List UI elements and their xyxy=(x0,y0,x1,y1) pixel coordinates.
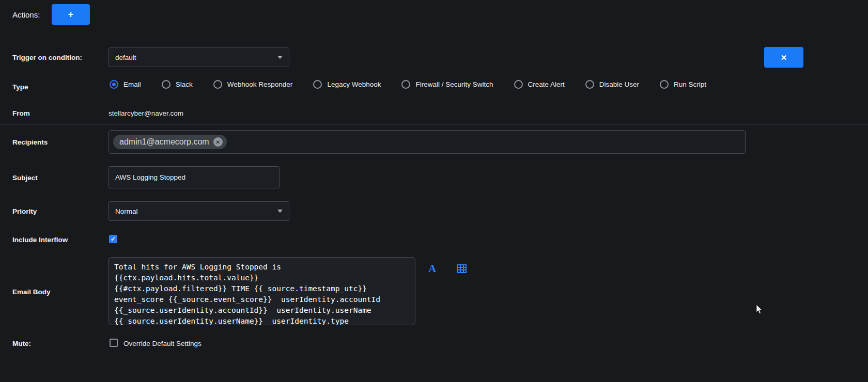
mute-label: Mute: xyxy=(12,340,31,347)
type-option-email[interactable]: Email xyxy=(110,80,141,89)
radio-icon xyxy=(514,80,523,89)
type-radio-group: Email Slack Webhook Responder Legacy Web… xyxy=(110,80,706,89)
remove-action-button[interactable]: ✕ xyxy=(764,47,803,68)
priority-label: Priority xyxy=(12,208,37,215)
font-format-icon[interactable]: A xyxy=(428,262,436,275)
priority-value: Normal xyxy=(115,208,138,215)
from-label: From xyxy=(12,109,30,117)
chip-remove-icon[interactable]: ✕ xyxy=(213,137,223,147)
subject-input[interactable]: AWS Logging Stopped xyxy=(109,166,280,188)
from-value: stellarcyber@naver.com xyxy=(109,109,183,117)
type-option-disable-user[interactable]: Disable User xyxy=(585,80,639,89)
type-option-webhook-responder[interactable]: Webhook Responder xyxy=(213,80,293,89)
chevron-down-icon xyxy=(277,56,283,59)
add-action-button[interactable]: + xyxy=(52,4,90,25)
recipient-chip-text: admin1@acmecorp.com xyxy=(119,137,209,147)
actions-header-label: Actions: xyxy=(12,10,40,19)
type-label: Type xyxy=(12,83,28,91)
recipients-input[interactable]: admin1@acmecorp.com ✕ xyxy=(109,130,746,154)
include-interflow-label: Include Interflow xyxy=(12,236,68,244)
radio-icon xyxy=(162,80,171,89)
section-divider xyxy=(0,124,868,125)
radio-icon xyxy=(313,80,322,89)
include-interflow-checkbox[interactable] xyxy=(109,235,117,243)
subject-label: Subject xyxy=(12,174,38,182)
radio-icon xyxy=(585,80,594,89)
mute-override-checkbox[interactable] xyxy=(110,339,118,347)
table-icon[interactable] xyxy=(457,264,467,275)
trigger-condition-label: Trigger on condition: xyxy=(12,54,82,61)
trigger-condition-dropdown[interactable]: default xyxy=(109,47,289,67)
radio-icon xyxy=(110,80,118,89)
recipients-label: Recipients xyxy=(12,138,48,146)
close-icon: ✕ xyxy=(781,54,787,61)
chevron-down-icon xyxy=(277,210,283,213)
mouse-cursor xyxy=(756,305,763,316)
plus-icon: + xyxy=(68,10,74,19)
type-option-create-alert[interactable]: Create Alert xyxy=(514,80,565,89)
type-option-slack[interactable]: Slack xyxy=(162,80,193,89)
subject-value: AWS Logging Stopped xyxy=(115,173,185,181)
type-option-legacy-webhook[interactable]: Legacy Webhook xyxy=(313,80,381,89)
type-option-firewall-security-switch[interactable]: Firewall / Security Switch xyxy=(401,80,493,89)
priority-dropdown[interactable]: Normal xyxy=(109,201,289,221)
type-option-run-script[interactable]: Run Script xyxy=(660,80,706,89)
mute-override-label: Override Default Settings xyxy=(123,340,202,347)
radio-icon xyxy=(660,80,669,89)
email-body-label: Email Body xyxy=(12,288,51,296)
radio-icon xyxy=(401,80,410,89)
radio-icon xyxy=(213,80,222,89)
recipient-chip: admin1@acmecorp.com ✕ xyxy=(113,135,227,149)
trigger-condition-value: default xyxy=(115,54,136,61)
email-body-textarea[interactable]: Total hits for AWS Logging Stopped is {{… xyxy=(109,257,415,325)
